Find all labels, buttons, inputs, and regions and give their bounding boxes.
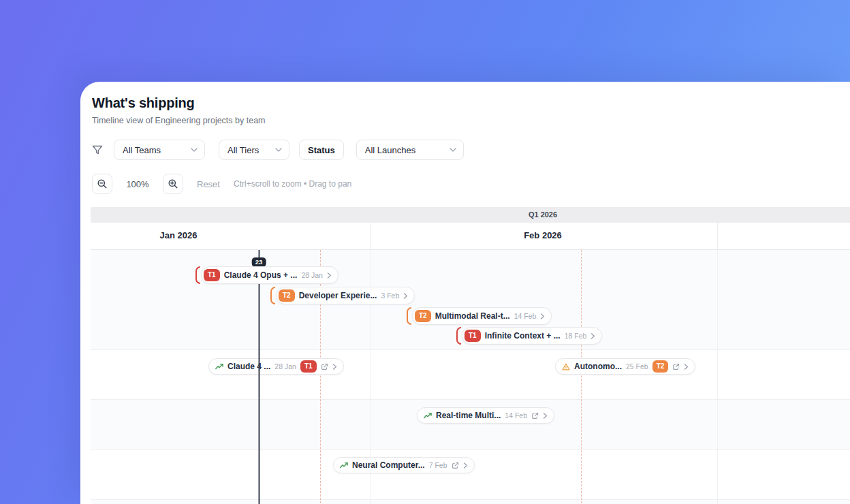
timeline: Q1 2026 Jan 2026 Feb 2026 23 T [91, 207, 850, 504]
timeline-grid[interactable]: 23 T1 Claude 4 Opus + ... 28 Jan T2 Deve [91, 250, 850, 504]
month-boundary-gridline [717, 250, 718, 504]
launches-filter-value: All Launches [365, 145, 415, 155]
status-filter-label: Status [308, 145, 335, 155]
timeline-row [91, 350, 850, 400]
filter-bar: All Teams All Tiers Status All Launches [92, 140, 850, 160]
chevron-down-icon [450, 148, 456, 152]
launch-date: 25 Feb [626, 362, 648, 371]
tiers-filter-value: All Tiers [227, 145, 259, 155]
timeline-row [91, 500, 850, 504]
month-label-jan: Jan 2026 [160, 230, 198, 240]
milestone-pill[interactable]: T1 Claude 4 Opus + ... 28 Jan [195, 266, 339, 284]
launch-title: Neural Computer... [352, 460, 425, 470]
chevron-right-icon [403, 293, 408, 299]
chevron-down-icon [275, 148, 282, 152]
panel-header: What's shipping Timeline view of Enginee… [80, 82, 850, 125]
milestone-pill[interactable]: T2 Developer Experie... 3 Feb [270, 287, 415, 304]
month-header-row: Jan 2026 Feb 2026 [91, 223, 850, 250]
trending-up-icon [424, 412, 432, 419]
quarter-header-band: Q1 2026 [91, 207, 850, 223]
tiers-filter-select[interactable]: All Tiers [219, 140, 289, 160]
page-title: What's shipping [92, 95, 850, 111]
zoom-level-value: 100% [126, 179, 149, 189]
teams-filter-select[interactable]: All Teams [114, 140, 205, 160]
pill-body: Neural Computer... 7 Feb [333, 457, 475, 473]
pill-body: T1 Claude 4 Opus + ... 28 Jan [201, 266, 339, 284]
page-background: { "page": { "title": "What's shipping", … [0, 0, 850, 504]
launch-pill[interactable]: Real-time Multi... 14 Feb [417, 407, 554, 424]
magnifier-minus-icon [97, 178, 108, 189]
pill-body: T2 Developer Experie... 3 Feb [276, 287, 415, 304]
tier-badge: T2 [279, 289, 295, 302]
chevron-right-icon [327, 272, 332, 279]
tier-badge: T1 [465, 330, 481, 342]
pill-body: T1 Infinite Context + ... 18 Feb [462, 327, 602, 345]
milestone-date: 14 Feb [514, 312, 537, 320]
milestone-title: Infinite Context + ... [485, 331, 561, 341]
magnifier-plus-icon [168, 178, 178, 189]
trending-up-icon [340, 462, 348, 469]
chevron-right-icon [463, 462, 468, 469]
warning-triangle-icon [562, 363, 570, 371]
bar-start-bracket [195, 266, 200, 284]
month-boundary-line [370, 223, 371, 249]
external-link-icon [531, 412, 539, 420]
pill-body: Autonomo... 25 Feb T2 [555, 358, 695, 375]
launch-title: Real-time Multi... [436, 411, 501, 420]
zoom-pan-hint: Ctrl+scroll to zoom • Drag to pan [234, 179, 351, 189]
chevron-down-icon [191, 148, 198, 152]
tier-badge: T1 [204, 269, 220, 281]
pill-body: Claude 4 ... 28 Jan T1 [208, 358, 344, 375]
milestone-date: 28 Jan [301, 271, 323, 279]
launch-pill[interactable]: Autonomo... 25 Feb T2 [555, 358, 695, 375]
filter-controls: All Teams All Tiers Status All Launches [114, 140, 464, 160]
trending-up-icon [215, 363, 223, 370]
tier-badge: T1 [300, 360, 317, 373]
quarter-label: Q1 2026 [529, 207, 557, 223]
zoom-in-button[interactable] [163, 174, 183, 194]
launch-pill[interactable]: Neural Computer... 7 Feb [333, 457, 475, 473]
milestone-date: 3 Feb [381, 292, 399, 300]
external-link-icon [321, 363, 328, 371]
milestone-title: Developer Experie... [299, 291, 377, 300]
milestone-pill[interactable]: T2 Multimodal Real-t... 14 Feb [407, 307, 552, 325]
chevron-right-icon [684, 364, 689, 370]
launches-filter-select[interactable]: All Launches [356, 140, 464, 160]
chevron-right-icon [332, 364, 337, 370]
external-link-icon [672, 363, 680, 371]
tier-badge: T2 [652, 360, 669, 373]
external-link-icon [452, 462, 459, 469]
bar-start-bracket [270, 287, 275, 304]
chevron-right-icon [591, 333, 595, 339]
reset-zoom-button[interactable]: Reset [197, 179, 220, 189]
tier-badge: T2 [415, 310, 431, 322]
launch-title: Claude 4 ... [227, 362, 270, 371]
bar-start-bracket [407, 307, 411, 325]
milestone-date: 18 Feb [565, 332, 587, 340]
pill-body: Real-time Multi... 14 Feb [417, 407, 554, 424]
launch-title: Autonomo... [574, 362, 622, 371]
today-marker-line [259, 250, 260, 504]
month-label-feb: Feb 2026 [524, 230, 562, 240]
zoom-toolbar: 100% Reset Ctrl+scroll to zoom • Drag to… [92, 174, 850, 194]
launch-date: 28 Jan [274, 362, 296, 371]
teams-filter-value: All Teams [123, 145, 161, 155]
milestone-title: Claude 4 Opus + ... [224, 270, 298, 280]
milestone-date-dashed-line [581, 250, 582, 504]
pill-body: T2 Multimodal Real-t... 14 Feb [412, 307, 552, 325]
chevron-right-icon [543, 413, 548, 419]
status-filter-button[interactable]: Status [299, 140, 344, 160]
launch-pill[interactable]: Claude 4 ... 28 Jan T1 [208, 358, 344, 375]
bar-start-bracket [456, 327, 461, 345]
milestone-pill[interactable]: T1 Infinite Context + ... 18 Feb [456, 327, 602, 345]
filter-funnel-icon [92, 145, 103, 155]
launch-date: 14 Feb [505, 411, 527, 420]
chevron-right-icon [540, 313, 545, 319]
zoom-out-button[interactable] [92, 174, 112, 194]
whats-shipping-panel: What's shipping Timeline view of Enginee… [80, 82, 850, 504]
milestone-title: Multimodal Real-t... [435, 311, 510, 321]
today-marker-badge: 23 [252, 257, 266, 267]
month-boundary-line [717, 223, 718, 249]
launch-date: 7 Feb [429, 461, 447, 469]
page-subtitle: Timeline view of Engineering projects by… [92, 116, 850, 125]
